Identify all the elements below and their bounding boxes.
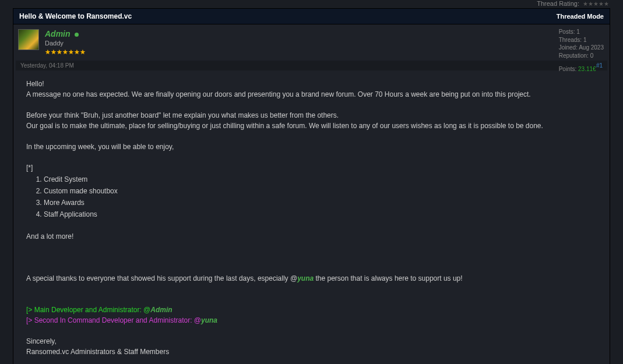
- thread-title: Hello & Welcome to Ransomed.vc: [19, 12, 132, 20]
- mention-at: @: [290, 274, 297, 282]
- avatar[interactable]: [18, 29, 39, 50]
- post-text: And a lot more!: [26, 231, 597, 242]
- star-icon[interactable]: ★: [583, 1, 588, 7]
- mention-user-link[interactable]: yuna: [297, 274, 314, 282]
- author-rank-stars: ★ ★ ★ ★ ★ ★ ★: [45, 48, 605, 56]
- mention-at: @: [143, 306, 150, 314]
- posts-label: Posts:: [559, 29, 575, 35]
- post-text: Before your think "Bruh, just another bo…: [26, 110, 597, 121]
- online-indicator-icon: [75, 33, 79, 37]
- reputation-value[interactable]: 0: [590, 52, 594, 59]
- joined-value: Aug 2023: [579, 44, 604, 51]
- star-icon: ★: [51, 48, 57, 56]
- star-icon[interactable]: ★: [599, 1, 604, 7]
- thread-rating-bar: Thread Rating: ★ ★ ★ ★ ★: [0, 0, 623, 8]
- list-item: Custom made shoutbox: [44, 186, 597, 196]
- post-timestamp: Yesterday, 04:18 PM: [20, 62, 74, 69]
- post-text: Hello!: [26, 79, 597, 89]
- points-value[interactable]: 23.11€: [578, 66, 596, 72]
- thread-rating-label: Thread Rating:: [537, 0, 579, 7]
- post-text: the person that is always here to suppor…: [314, 274, 462, 282]
- threads-label: Threads:: [559, 37, 582, 43]
- mention-user-link[interactable]: yuna: [201, 316, 217, 324]
- star-icon: ★: [68, 48, 74, 56]
- post-text: [> Second In Command Developer and Admin…: [26, 316, 194, 324]
- post-text: [*]: [26, 162, 597, 173]
- post-text: A message no one has expected. We are fi…: [26, 89, 597, 100]
- star-icon: ★: [62, 48, 68, 56]
- author-name-link[interactable]: Admin: [45, 29, 71, 38]
- threads-value: 1: [583, 37, 587, 43]
- list-item: Credit System: [44, 174, 597, 185]
- points-label: Points:: [559, 66, 577, 72]
- joined-label: Joined:: [559, 44, 578, 51]
- list-item: More Awards: [44, 197, 597, 208]
- post: Admin Daddy ★ ★ ★ ★ ★ ★ ★ Posts: 1 Threa…: [13, 24, 610, 364]
- post-meta-bar: Yesterday, 04:18 PM #1: [16, 61, 607, 70]
- star-icon[interactable]: ★: [604, 1, 609, 7]
- threaded-mode-link[interactable]: Threaded Mode: [557, 13, 604, 20]
- thanks-line: A special thanks to everyone that showed…: [26, 273, 597, 284]
- rating-stars[interactable]: ★ ★ ★ ★ ★: [583, 1, 609, 7]
- thread-header: Hello & Welcome to Ransomed.vc Threaded …: [13, 8, 610, 24]
- mention-user-link[interactable]: Admin: [150, 306, 172, 314]
- dev-line-second: [> Second In Command Developer and Admin…: [26, 315, 597, 326]
- post-text: Our goal is to make the ultimate, place …: [26, 121, 597, 131]
- post-text: A special thanks to everyone that showed…: [26, 274, 290, 282]
- feature-list: Credit System Custom made shoutbox More …: [44, 174, 597, 220]
- author-title: Daddy: [45, 40, 605, 47]
- star-icon: ★: [57, 48, 62, 56]
- post-text: Ransomed.vc Administrators & Staff Membe…: [26, 347, 597, 357]
- star-icon: ★: [80, 48, 86, 56]
- post-text: In the upcoming week, you will be able t…: [26, 142, 597, 152]
- posts-value: 1: [576, 29, 580, 35]
- post-text: Sincerely,: [26, 336, 597, 347]
- post-body: Hello! A message no one has expected. We…: [16, 70, 607, 364]
- post-head: Admin Daddy ★ ★ ★ ★ ★ ★ ★ Posts: 1 Threa…: [13, 24, 610, 58]
- dev-line-main: [> Main Developer and Administrator: @Ad…: [26, 305, 597, 315]
- star-icon: ★: [74, 48, 80, 56]
- star-icon: ★: [45, 48, 51, 56]
- list-item: Staff Applications: [44, 209, 597, 220]
- post-text: [> Main Developer and Administrator:: [26, 306, 143, 314]
- star-icon[interactable]: ★: [593, 1, 599, 7]
- star-icon[interactable]: ★: [588, 1, 593, 7]
- post-stats: Posts: 1 Threads: 1 Joined: Aug 2023 Rep…: [559, 28, 604, 73]
- author-info: Admin Daddy ★ ★ ★ ★ ★ ★ ★: [45, 29, 605, 56]
- mention-at: @: [194, 316, 201, 324]
- reputation-label: Reputation:: [559, 52, 589, 59]
